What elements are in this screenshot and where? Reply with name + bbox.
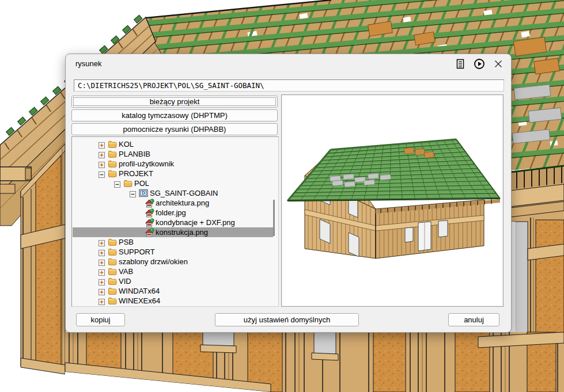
tree-item-label: profil-użytkownik bbox=[119, 159, 174, 169]
tree-item-vid[interactable]: VID bbox=[73, 276, 273, 286]
current-project-button[interactable]: bieżący projekt bbox=[71, 96, 278, 108]
expand-icon[interactable] bbox=[99, 258, 105, 265]
bottom-wall bbox=[65, 332, 564, 392]
tree-item-label: POL bbox=[134, 178, 149, 188]
preview-house-render bbox=[282, 95, 502, 305]
play-icon[interactable] bbox=[474, 58, 485, 70]
expand-icon[interactable] bbox=[99, 151, 105, 157]
folder-icon bbox=[108, 287, 117, 295]
tree-item-sg-saint-gobain[interactable]: DSG_SAINT-GOBAIN bbox=[73, 188, 273, 198]
tree-item-label: VID bbox=[119, 276, 131, 286]
tree-item-label: architektura.png bbox=[156, 198, 209, 208]
folder-icon bbox=[108, 267, 117, 276]
project-folder-icon: D bbox=[139, 189, 148, 197]
tree-scrollbar-thumb[interactable] bbox=[273, 200, 275, 236]
tree-item-kondybnacje-dxf-png[interactable]: kondybnacje + DXF.png bbox=[73, 218, 273, 227]
expand-icon[interactable] bbox=[99, 288, 105, 294]
tree-item-label: PLANBIB bbox=[119, 149, 150, 159]
expand-icon[interactable] bbox=[99, 141, 105, 147]
drawing-file-icon bbox=[145, 218, 154, 227]
folder-icon bbox=[108, 277, 117, 286]
expand-icon[interactable] bbox=[99, 268, 105, 275]
tree-item-kol[interactable]: KOL bbox=[73, 139, 273, 149]
temp-catalog-button[interactable]: katalog tymczasowy (DHPTMP) bbox=[71, 109, 278, 121]
expand-icon[interactable] bbox=[99, 249, 105, 255]
tree-item-profil-użytkownik[interactable]: profil-użytkownik bbox=[73, 159, 273, 169]
tree-item-label: folder.jpg bbox=[156, 208, 186, 218]
tree-item-support[interactable]: SUPPORT bbox=[73, 247, 273, 257]
tree-item-winexex64[interactable]: WINEXEx64 bbox=[73, 296, 273, 306]
collapse-icon[interactable] bbox=[99, 170, 105, 177]
collapse-icon[interactable] bbox=[114, 180, 120, 187]
expand-icon[interactable] bbox=[99, 161, 105, 167]
tree-item-label: PROJEKT bbox=[119, 169, 153, 178]
copy-button[interactable]: kopiuj bbox=[76, 313, 125, 326]
tree-item-windatx64[interactable]: WINDATx64 bbox=[73, 286, 273, 296]
tree-item-label: WINEXEx64 bbox=[119, 296, 160, 306]
folder-icon bbox=[108, 238, 117, 246]
tree-item-architektura-png[interactable]: architektura.png bbox=[73, 198, 273, 208]
expand-icon[interactable] bbox=[99, 239, 105, 245]
tree-item-konstrukcja-png[interactable]: konstrukcja.png bbox=[73, 227, 273, 237]
aux-drawings-button[interactable]: pomocnicze rysunki (DHPABB) bbox=[71, 123, 278, 135]
tree-item-label: VAB bbox=[119, 267, 133, 276]
folder-icon bbox=[108, 150, 117, 158]
tree-item-label: PSB bbox=[119, 237, 134, 247]
dialog-rysunek: rysunek bbox=[65, 54, 512, 333]
folder-icon bbox=[108, 296, 117, 305]
use-default-settings-button[interactable]: użyj ustawień domyślnych bbox=[215, 313, 359, 326]
close-icon[interactable] bbox=[493, 58, 504, 70]
expand-icon[interactable] bbox=[99, 278, 105, 284]
tree-item-label: SG_SAINT-GOBAIN bbox=[150, 188, 218, 198]
collapse-icon[interactable] bbox=[130, 190, 136, 196]
drawing-file-icon bbox=[145, 208, 154, 217]
tree-item-pol[interactable]: POL bbox=[73, 178, 273, 188]
folder-tree[interactable]: KOLPLANBIBprofil-użytkownikPROJEKTPOLDSG… bbox=[71, 136, 279, 307]
tree-item-vab[interactable]: VAB bbox=[73, 267, 273, 276]
folder-icon bbox=[108, 159, 117, 168]
folder-icon bbox=[108, 140, 117, 149]
tree-item-label: WINDATx64 bbox=[119, 286, 160, 296]
titlebar[interactable]: rysunek bbox=[66, 54, 511, 74]
drawing-file-icon bbox=[145, 199, 154, 207]
tree-item-label: konstrukcja.png bbox=[156, 227, 208, 237]
tree-item-label: SUPPORT bbox=[119, 247, 155, 257]
tree-item-label: kondybnacje + DXF.png bbox=[156, 218, 235, 227]
tree-item-projekt[interactable]: PROJEKT bbox=[73, 169, 273, 178]
svg-text:D: D bbox=[142, 191, 145, 196]
window-title: rysunek bbox=[75, 59, 102, 68]
tree-item-label: szablony drzwi/okien bbox=[119, 257, 188, 267]
tree-item-folder-jpg[interactable]: folder.jpg bbox=[73, 208, 273, 218]
path-field[interactable]: C:\DIETRICHS25\PROJEKT\POL\SG_SAINT-GOBA… bbox=[74, 79, 504, 92]
tree-item-label: KOL bbox=[119, 139, 134, 149]
tree-item-szablony-drzwi-okien[interactable]: szablony drzwi/okien bbox=[73, 257, 273, 267]
folder-icon bbox=[123, 179, 133, 188]
folder-icon bbox=[108, 257, 117, 266]
folder-icon bbox=[108, 248, 117, 256]
tree-item-psb[interactable]: PSB bbox=[73, 237, 273, 247]
cancel-button[interactable]: anuluj bbox=[448, 313, 499, 326]
preview-panel bbox=[281, 94, 504, 307]
folder-icon bbox=[108, 169, 117, 178]
tree-item-planbib[interactable]: PLANBIB bbox=[73, 149, 273, 159]
document-icon[interactable] bbox=[455, 58, 466, 70]
expand-icon[interactable] bbox=[99, 298, 105, 304]
drawing-file-icon bbox=[145, 228, 154, 237]
